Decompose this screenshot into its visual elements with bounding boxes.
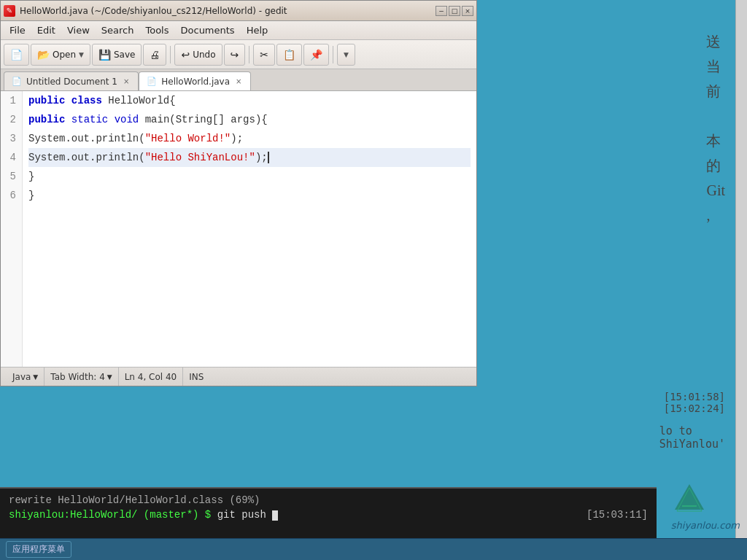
tab-width-section[interactable]: Tab Width: 4 ▼ <box>44 368 118 386</box>
tab-helloworld[interactable]: 📄 HelloWorld.java × <box>139 71 251 90</box>
watermark-logo-icon <box>671 481 708 517</box>
new-icon: 📄 <box>10 49 23 61</box>
toolbar-sep-3 <box>333 46 333 63</box>
title-bar: ✎ HelloWorld.java (~/Code/shiyanlou_cs21… <box>1 1 476 21</box>
tab-helloworld-close[interactable]: × <box>234 77 243 86</box>
taskbar: 应用程序菜单 <box>0 538 747 560</box>
undo-button[interactable]: ↩ Undo <box>174 44 222 66</box>
mode-section: INS <box>183 368 209 386</box>
menu-bar: File Edit View Search Tools Documents He… <box>1 21 476 40</box>
menu-edit[interactable]: Edit <box>31 23 61 37</box>
terminal-prompt: shiyanlou:HelloWorld/ (master*) $ <box>9 509 211 521</box>
redo-button[interactable]: ↪ <box>224 44 246 66</box>
print-button[interactable]: 🖨 <box>143 44 166 66</box>
save-label: Save <box>114 50 135 60</box>
code-content[interactable]: public class HelloWorld{ public static v… <box>23 91 476 367</box>
toolbar-sep-1 <box>170 46 171 63</box>
language-section[interactable]: Java ▼ <box>7 368 44 386</box>
gedit-window: ✎ HelloWorld.java (~/Code/shiyanlou_cs21… <box>0 0 477 386</box>
code-line-6: } <box>28 186 471 205</box>
print-icon: 🖨 <box>150 49 160 61</box>
menu-search[interactable]: Search <box>96 23 140 37</box>
paste-button[interactable]: 📌 <box>303 44 329 66</box>
tab-width-label: Tab Width: 4 <box>50 372 104 382</box>
git-text: lo to ShiYanlou' <box>659 424 725 451</box>
app-menu-button[interactable]: 应用程序菜单 <box>6 541 71 558</box>
terminal-timestamp: [15:03:11] <box>587 509 648 521</box>
tab-width-arrow: ▼ <box>107 373 112 381</box>
tab-untitled-label: Untitled Document 1 <box>26 77 117 87</box>
code-line-3: System.out.println("Hello World!"); <box>28 129 471 148</box>
mode-label: INS <box>189 372 204 382</box>
save-icon: 💾 <box>98 49 111 61</box>
code-line-2: public static void main(String[] args){ <box>28 110 471 129</box>
line-num-1: 1 <box>7 91 16 110</box>
menu-tools[interactable]: Tools <box>139 23 174 37</box>
code-line-5: } <box>28 167 471 186</box>
tab-untitled-close[interactable]: × <box>122 77 131 86</box>
timestamp-2: [15:02:24] <box>664 402 725 414</box>
tab-helloworld-label: HelloWorld.java <box>161 77 230 87</box>
menu-help[interactable]: Help <box>241 23 274 37</box>
right-chinese-content: 送当前 本的 Git , <box>706 29 725 228</box>
terminal-line2: shiyanlou:HelloWorld/ (master*) $ git pu… <box>9 509 648 521</box>
language-label: Java <box>12 372 31 382</box>
toolbar: 📄 📂 Open ▼ 💾 Save 🖨 ↩ Undo ↪ ✂ <box>1 40 476 69</box>
status-bar: Java ▼ Tab Width: 4 ▼ Ln 4, Col 40 INS <box>1 367 476 386</box>
paste-icon: 📌 <box>310 49 322 61</box>
maximize-button[interactable]: □ <box>449 6 460 16</box>
cut-button[interactable]: ✂ <box>253 44 275 66</box>
open-label: Open <box>53 50 76 60</box>
new-button[interactable]: 📄 <box>4 44 29 66</box>
open-button[interactable]: 📂 Open ▼ <box>31 44 90 66</box>
save-button[interactable]: 💾 Save <box>92 44 142 66</box>
tab-helloworld-icon: 📄 <box>147 77 157 86</box>
open-icon: 📂 <box>37 49 50 61</box>
tab-untitled-icon: 📄 <box>12 77 22 86</box>
line-num-2: 2 <box>7 110 16 129</box>
window-title: HelloWorld.java (~/Code/shiyanlou_cs212/… <box>20 6 436 16</box>
terminal-line1: rewrite HelloWorld/HelloWorld.class (69%… <box>9 494 648 506</box>
watermark-text: shiyanlou.com <box>671 520 740 531</box>
copy-button[interactable]: 📋 <box>276 44 302 66</box>
chinese-text-1: 送当前 <box>706 29 725 104</box>
terminal-cursor <box>272 510 278 521</box>
menu-view[interactable]: View <box>61 23 96 37</box>
timestamps: [15:01:58] [15:02:24] <box>664 391 725 414</box>
cut-icon: ✂ <box>260 49 268 61</box>
menu-file[interactable]: File <box>4 23 31 37</box>
line-num-4: 4 <box>7 148 16 167</box>
line-num-3: 3 <box>7 129 16 148</box>
code-line-4: System.out.println("Hello ShiYanLou!"); <box>28 148 471 167</box>
line-numbers: 1 2 3 4 5 6 <box>1 91 23 367</box>
tabs-bar: 📄 Untitled Document 1 × 📄 HelloWorld.jav… <box>1 69 476 91</box>
editor-area[interactable]: 1 2 3 4 5 6 public class HelloWorld{ pub… <box>1 91 476 367</box>
text-cursor <box>268 152 269 163</box>
cursor-pos-label: Ln 4, Col 40 <box>125 372 177 382</box>
menu-documents[interactable]: Documents <box>175 23 241 37</box>
app-icon: ✎ <box>4 5 15 17</box>
more-button[interactable]: ▼ <box>337 44 355 66</box>
app-menu-label: 应用程序菜单 <box>12 544 65 554</box>
line-num-5: 5 <box>7 167 16 186</box>
code-line-1: public class HelloWorld{ <box>28 91 471 110</box>
line-num-6: 6 <box>7 186 16 205</box>
terminal-line1-text: rewrite HelloWorld/HelloWorld.class (69%… <box>9 494 260 506</box>
close-button[interactable]: × <box>462 6 473 16</box>
scrollbar[interactable] <box>735 0 747 560</box>
minimize-button[interactable]: − <box>436 6 447 16</box>
timestamp-1: [15:01:58] <box>664 391 725 402</box>
open-arrow: ▼ <box>79 51 84 58</box>
terminal-command: git push <box>217 509 266 521</box>
cursor-pos-section: Ln 4, Col 40 <box>119 368 184 386</box>
tab-untitled[interactable]: 📄 Untitled Document 1 × <box>4 71 139 90</box>
copy-icon: 📋 <box>283 49 295 61</box>
window-controls: − □ × <box>436 6 473 16</box>
undo-icon: ↩ <box>181 49 190 61</box>
more-arrow: ▼ <box>344 51 349 58</box>
language-arrow: ▼ <box>33 373 38 381</box>
redo-icon: ↪ <box>231 49 239 61</box>
watermark: shiyanlou.com <box>671 481 740 531</box>
undo-label: Undo <box>193 50 215 60</box>
chinese-text-2: 本的 Git , <box>706 128 725 228</box>
